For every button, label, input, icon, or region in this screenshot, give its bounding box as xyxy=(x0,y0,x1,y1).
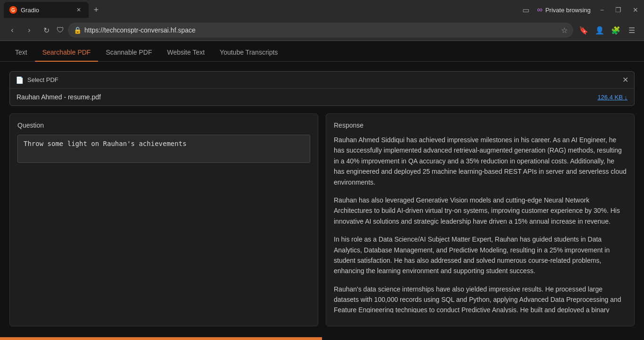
window-controls: ▭ ∞ Private browsing − ❐ ✕ xyxy=(522,4,640,16)
nav-right-buttons: 🔖 👤 🧩 ☰ xyxy=(577,24,638,37)
bookmark-star-icon[interactable]: ☆ xyxy=(561,26,568,35)
response-label: Response xyxy=(334,121,627,129)
lock-icon: 🔒 xyxy=(74,26,82,34)
back-button[interactable]: ‹ xyxy=(6,24,19,37)
tab-website-text[interactable]: Website Text xyxy=(159,44,212,62)
title-bar: G Gradio ✕ + ▭ ∞ Private browsing − ❐ ✕ xyxy=(0,0,644,20)
tab-youtube-transcripts[interactable]: Youtube Transcripts xyxy=(212,44,285,62)
url-bar[interactable]: 🔒 https://techconsptr-conversai.hf.space… xyxy=(68,23,573,38)
main-content: 📄 Select PDF ✕ Rauhan Ahmed - resume.pdf… xyxy=(0,62,644,340)
profile-icon[interactable]: 👤 xyxy=(593,24,606,37)
shield-icon[interactable]: 🛡 xyxy=(57,26,64,34)
pdf-upload-header: 📄 Select PDF ✕ xyxy=(10,72,634,89)
pocket-icon[interactable]: 🔖 xyxy=(577,24,590,37)
tab-favicon: G xyxy=(9,6,17,14)
tab-text[interactable]: Text xyxy=(8,44,35,62)
pdf-file-info: Rauhan Ahmed - resume.pdf 126.4 KB ↓ xyxy=(10,89,634,105)
menu-icon[interactable]: ☰ xyxy=(625,24,638,37)
app-tabs: Text Searchable PDF Scannable PDF Websit… xyxy=(0,41,644,62)
tab-scannable-pdf[interactable]: Scannable PDF xyxy=(98,44,159,62)
tab-close-button[interactable]: ✕ xyxy=(74,6,83,14)
private-browsing-badge: ∞ Private browsing xyxy=(537,6,591,14)
minimize-button[interactable]: − xyxy=(598,4,606,16)
pdf-filename: Rauhan Ahmed - resume.pdf xyxy=(17,93,101,101)
pdf-upload-close-button[interactable]: ✕ xyxy=(622,75,628,84)
bottom-progress-bar xyxy=(0,337,322,340)
response-panel: Response Rauhan Ahmed Siddiqui has achie… xyxy=(326,113,635,326)
close-button[interactable]: ✕ xyxy=(631,4,640,16)
question-panel: Question Throw some light on Rauhan's ac… xyxy=(9,113,318,326)
forward-button[interactable]: › xyxy=(23,24,36,37)
response-paragraph-4: Rauhan's data science internships have a… xyxy=(334,284,627,313)
extensions-icon[interactable]: 🧩 xyxy=(609,24,622,37)
question-label: Question xyxy=(17,121,310,129)
browser-tab[interactable]: G Gradio ✕ xyxy=(4,2,89,18)
pdf-upload-title: 📄 Select PDF xyxy=(16,76,58,84)
nav-bar: ‹ › ↻ 🛡 🔒 https://techconsptr-conversai.… xyxy=(0,20,644,40)
response-paragraph-1: Rauhan Ahmed Siddiqui has achieved impre… xyxy=(334,135,627,187)
tab-searchable-pdf[interactable]: Searchable PDF xyxy=(35,44,99,62)
response-paragraph-2: Rauhan has also leveraged Generative Vis… xyxy=(334,195,627,227)
response-paragraph-3: In his role as a Data Science/AI Subject… xyxy=(334,234,627,276)
qa-section: Question Throw some light on Rauhan's ac… xyxy=(9,113,635,326)
tab-title: Gradio xyxy=(21,7,71,14)
response-text: Rauhan Ahmed Siddiqui has achieved impre… xyxy=(334,135,627,313)
pdf-file-icon: 📄 xyxy=(16,76,24,84)
question-input[interactable]: Throw some light on Rauhan's achievement… xyxy=(17,135,310,163)
pdf-upload-container: 📄 Select PDF ✕ Rauhan Ahmed - resume.pdf… xyxy=(9,71,635,106)
url-text[interactable]: https://techconsptr-conversai.hf.space xyxy=(84,26,558,34)
new-tab-button[interactable]: + xyxy=(90,3,103,16)
refresh-button[interactable]: ↻ xyxy=(40,24,53,37)
private-icon: ∞ xyxy=(537,6,542,14)
maximize-button[interactable]: ❐ xyxy=(613,4,623,16)
pdf-size[interactable]: 126.4 KB ↓ xyxy=(597,94,627,101)
pdf-upload-label[interactable]: Select PDF xyxy=(27,76,58,83)
private-browsing-label: Private browsing xyxy=(545,7,591,14)
tab-manager-icon[interactable]: ▭ xyxy=(522,6,529,15)
